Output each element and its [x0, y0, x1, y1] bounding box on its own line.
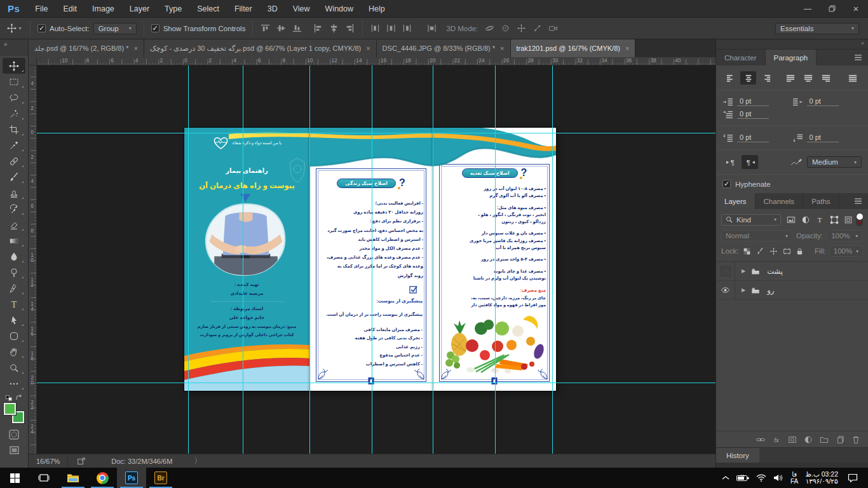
dist-spacing-button[interactable]	[424, 21, 440, 36]
layer-filter-dropdown[interactable]: Kind ▾	[721, 214, 781, 226]
align-left-button[interactable]	[310, 21, 326, 36]
close-icon[interactable]: ×	[625, 44, 629, 52]
edit-toolbar-tool[interactable]	[3, 376, 25, 391]
filter-pixel-layers-button[interactable]	[785, 213, 797, 226]
adjustment-layer-icon[interactable]	[804, 435, 813, 444]
eyedropper-tool[interactable]	[3, 137, 25, 153]
justify-last-center-button[interactable]	[800, 71, 816, 85]
new-group-icon[interactable]	[820, 435, 829, 444]
quick-selection-tool[interactable]	[3, 105, 25, 121]
align-right-button[interactable]	[342, 21, 358, 36]
align-center-button[interactable]	[740, 71, 756, 85]
3d-roll-button[interactable]	[498, 21, 513, 36]
menu-edit[interactable]: Edit	[56, 4, 85, 13]
clone-stamp-tool[interactable]	[3, 185, 25, 201]
panel-menu-icon[interactable]	[854, 50, 868, 65]
wifi-icon[interactable]	[756, 474, 766, 482]
menu-file[interactable]: File	[27, 4, 55, 13]
menu-3d[interactable]: 3D	[260, 4, 285, 13]
tab-character[interactable]: Character	[716, 50, 766, 65]
color-swatches[interactable]	[4, 403, 24, 423]
guide-vertical[interactable]	[243, 65, 243, 454]
ruler-origin[interactable]	[29, 57, 37, 65]
hyphenate-checkbox[interactable]: ✓	[722, 180, 731, 188]
document-tab-1[interactable]: برگه تخفیف 30 درصدی - کوچک.psd @ 66/7% (…	[144, 39, 377, 57]
lock-position-button[interactable]	[768, 246, 778, 257]
fill-field[interactable]: 100%▾	[829, 245, 863, 257]
dodge-tool[interactable]	[3, 264, 25, 280]
tab-channels[interactable]: Channels	[756, 193, 804, 209]
guide-vertical[interactable]	[552, 65, 553, 454]
chevron-right-icon[interactable]: 〉	[194, 456, 201, 466]
brochure-document[interactable]: یا من اسمه دواء و ذکره شفاء راهنمای بیما…	[184, 128, 556, 391]
align-top-button[interactable]	[257, 21, 273, 36]
menu-type[interactable]: Type	[157, 4, 189, 13]
delete-layer-icon[interactable]	[851, 435, 860, 444]
dist-center-button[interactable]	[383, 21, 399, 36]
close-icon[interactable]: ×	[844, 0, 868, 17]
chevron-up-icon[interactable]	[722, 475, 729, 480]
layer-row[interactable]: ▶ پشت	[716, 262, 868, 281]
crop-tool[interactable]	[3, 121, 25, 137]
close-icon[interactable]: ×	[366, 44, 370, 52]
layer-filtering-toggle[interactable]	[856, 213, 863, 226]
lock-pixels-button[interactable]	[755, 246, 765, 257]
justify-all-button[interactable]	[844, 71, 860, 85]
blend-mode-dropdown[interactable]: Normal▾	[721, 230, 792, 241]
auto-select-dropdown[interactable]: Group▾	[93, 23, 137, 34]
zoom-level-field[interactable]: 16/67%	[29, 454, 68, 468]
3d-slide-button[interactable]	[529, 21, 545, 36]
workspace-switcher[interactable]: Essentials▾	[775, 23, 859, 34]
show-transform-checkbox[interactable]: ✓	[151, 24, 159, 32]
visibility-toggle[interactable]	[716, 281, 735, 299]
tab-layers[interactable]: Layers	[716, 193, 756, 209]
guide-horizontal[interactable]	[37, 133, 715, 133]
filter-adjustment-layers-button[interactable]	[799, 213, 812, 226]
align-right-button[interactable]	[758, 71, 774, 85]
bridge-taskbar-button[interactable]: Br	[146, 468, 175, 488]
type-tool[interactable]: T	[3, 296, 25, 312]
dist-right-button[interactable]	[399, 21, 415, 36]
link-layers-icon[interactable]	[756, 435, 765, 444]
guide-vertical[interactable]	[372, 65, 372, 454]
layer-row[interactable]: ▶ رو	[716, 281, 868, 300]
document-tab-2[interactable]: DSC_4446.JPG @ 8/33% (RGB/8) *×	[377, 39, 511, 57]
photoshop-taskbar-button[interactable]: Ps	[117, 468, 146, 488]
layer-style-icon[interactable]: fx	[772, 435, 781, 444]
guide-vertical[interactable]	[309, 65, 310, 454]
paragraph-direction-ltr-button[interactable]: ¶	[722, 155, 739, 169]
current-tool-icon[interactable]: ▾	[3, 23, 25, 34]
dist-left-button[interactable]	[367, 21, 383, 36]
tab-paths[interactable]: Paths	[803, 193, 839, 209]
menu-image[interactable]: Image	[85, 4, 122, 13]
blur-tool[interactable]	[3, 248, 25, 264]
file-explorer-button[interactable]	[58, 468, 88, 488]
dock-header[interactable]: «	[716, 39, 868, 50]
visibility-toggle[interactable]	[716, 262, 735, 280]
rectangular-marquee-tool[interactable]	[3, 74, 25, 90]
tab-paragraph[interactable]: Paragraph	[766, 50, 817, 65]
align-middle-v-button[interactable]	[273, 21, 289, 36]
align-center-h-button[interactable]	[326, 21, 342, 36]
move-tool[interactable]	[3, 58, 25, 74]
filter-shape-layers-button[interactable]	[827, 213, 840, 226]
space-after-field[interactable]: 0 pt	[792, 133, 862, 142]
chrome-button[interactable]	[88, 468, 117, 488]
default-colors-icon[interactable]	[4, 394, 24, 402]
opacity-field[interactable]: 100%▾	[827, 230, 862, 241]
quick-mask-icon[interactable]	[9, 430, 19, 440]
toolbox-header[interactable]: »	[0, 39, 28, 56]
space-before-field[interactable]: 0 pt	[722, 133, 792, 142]
align-left-button[interactable]	[722, 71, 738, 85]
task-view-button[interactable]	[29, 468, 58, 488]
lock-artboard-button[interactable]	[782, 246, 792, 257]
battery-icon[interactable]	[736, 475, 749, 482]
menu-layer[interactable]: Layer	[122, 4, 157, 13]
indent-right-field[interactable]: 0 pt	[792, 97, 862, 106]
gradient-tool[interactable]	[3, 233, 25, 248]
share-icon[interactable]	[77, 457, 86, 466]
menu-window[interactable]: Window	[318, 4, 361, 13]
layer-mask-icon[interactable]	[788, 435, 797, 444]
guide-vertical[interactable]	[433, 65, 433, 454]
kashida-dropdown[interactable]: Medium▾	[807, 156, 862, 168]
